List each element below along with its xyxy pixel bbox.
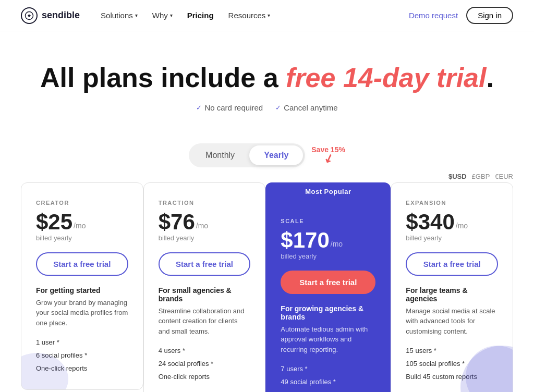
chevron-down-icon: ▾: [170, 13, 173, 18]
nav-why[interactable]: Why ▾: [152, 11, 173, 20]
traction-billed: billed yearly: [159, 234, 251, 242]
hero-headline: All plans include a free 14-day trial.: [10, 63, 524, 94]
traction-plan-card: TRACTION $76 /mo billed yearly Start a f…: [143, 182, 266, 392]
traction-desc-title: For small agencies & brands: [159, 286, 251, 303]
expansion-per: /mo: [456, 222, 468, 230]
traction-trial-button[interactable]: Start a free trial: [159, 252, 251, 276]
scale-features: 7 users * 49 social profiles * Build 14 …: [281, 363, 375, 392]
billing-toggle-section: Monthly Yearly Save 15% ↙: [0, 143, 534, 167]
popular-badge: Most Popular: [265, 182, 391, 201]
creator-per: /mo: [74, 222, 86, 230]
traction-plan-name: TRACTION: [159, 200, 251, 206]
logo-text: sendible: [42, 10, 80, 21]
scale-billed: billed yearly: [281, 252, 375, 260]
scale-price: $170: [281, 229, 329, 251]
expansion-billed: billed yearly: [406, 234, 498, 242]
creator-trial-button[interactable]: Start a free trial: [36, 252, 128, 276]
expansion-price: $340: [406, 211, 454, 233]
traction-features: 4 users * 24 social profiles * One-click…: [159, 345, 251, 383]
sign-in-button[interactable]: Sign in: [466, 7, 513, 24]
nav-links: Solutions ▾ Why ▾ Pricing Resources ▾: [101, 11, 409, 20]
creator-plan-card: CREATOR $25 /mo billed yearly Start a fr…: [21, 182, 143, 390]
check-icon: ✓: [275, 104, 281, 112]
logo[interactable]: sendible: [21, 7, 80, 24]
scale-per: /mo: [331, 240, 343, 248]
demo-request-link[interactable]: Demo request: [409, 11, 458, 20]
logo-icon: [21, 7, 38, 24]
expansion-plan-name: EXPANSION: [406, 200, 498, 206]
hero-subtext: ✓ No card required ✓ Cancel anytime: [10, 103, 524, 112]
expansion-plan-card: EXPANSION $340 /mo billed yearly Start a…: [391, 182, 513, 392]
creator-desc: Grow your brand by managing your social …: [36, 298, 128, 328]
creator-billed: billed yearly: [36, 234, 128, 242]
yearly-toggle[interactable]: Yearly: [249, 145, 303, 165]
nav-resources[interactable]: Resources ▾: [228, 11, 271, 20]
expansion-desc-title: For large teams & agencies: [406, 286, 498, 303]
cancel-anytime-text: ✓ Cancel anytime: [275, 103, 337, 112]
no-card-text: ✓ No card required: [196, 103, 263, 112]
hero-section: All plans include a free 14-day trial. ✓…: [0, 31, 534, 128]
scale-plan-name: SCALE: [281, 218, 375, 224]
navbar: sendible Solutions ▾ Why ▾ Pricing Resou…: [0, 0, 534, 31]
chevron-down-icon: ▾: [268, 13, 270, 18]
monthly-toggle[interactable]: Monthly: [191, 145, 249, 165]
creator-plan-name: CREATOR: [36, 200, 128, 206]
traction-price-row: $76 /mo: [159, 211, 251, 233]
traction-price: $76: [159, 211, 195, 233]
currency-usd[interactable]: $USD: [448, 173, 467, 180]
toggle-pill: Monthly Yearly: [189, 143, 305, 167]
creator-price: $25: [36, 211, 72, 233]
nav-solutions[interactable]: Solutions ▾: [101, 11, 138, 20]
scale-plan-card: SCALE $170 /mo billed yearly Start a fre…: [265, 201, 391, 392]
save-badge: Save 15% ↙: [311, 145, 345, 165]
scale-desc-title: For growing agencies & brands: [281, 304, 375, 321]
pricing-cards: CREATOR $25 /mo billed yearly Start a fr…: [0, 182, 534, 392]
creator-desc-title: For getting started: [36, 286, 128, 295]
scale-price-row: $170 /mo: [281, 229, 375, 251]
creator-price-row: $25 /mo: [36, 211, 128, 233]
check-icon: ✓: [196, 104, 202, 112]
nav-right: Demo request Sign in: [409, 7, 513, 24]
traction-desc: Streamline collaboration and content cre…: [159, 306, 251, 337]
currency-eur[interactable]: €EUR: [495, 173, 513, 180]
expansion-trial-button[interactable]: Start a free trial: [406, 252, 498, 276]
scale-plan-wrapper: Most Popular SCALE $170 /mo billed yearl…: [265, 182, 391, 392]
nav-pricing[interactable]: Pricing: [187, 11, 214, 20]
expansion-desc: Manage social media at scale with advanc…: [406, 306, 498, 337]
currency-selector: $USD £GBP €EUR: [0, 173, 534, 180]
expansion-price-row: $340 /mo: [406, 211, 498, 233]
scale-trial-button[interactable]: Start a free trial: [281, 271, 375, 294]
scale-desc: Automate tedious admin with approval wor…: [281, 324, 375, 355]
currency-gbp[interactable]: £GBP: [472, 173, 490, 180]
chevron-down-icon: ▾: [135, 13, 138, 18]
traction-per: /mo: [196, 222, 208, 230]
